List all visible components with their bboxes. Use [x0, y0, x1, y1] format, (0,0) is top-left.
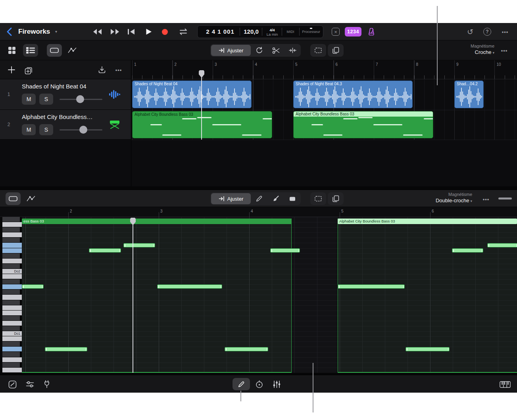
tracks-timeline[interactable]: 12345678910 Shades of Night Beat 04Shade…	[131, 60, 517, 186]
fast-forward-button[interactable]	[110, 29, 121, 35]
record-button[interactable]	[161, 29, 168, 35]
slider-knob[interactable]	[79, 126, 87, 134]
audio-region[interactable]: Shades of Night Beat 04	[132, 81, 252, 108]
midi-region[interactable]: Alphabet City Boundless Bass 03	[132, 111, 272, 138]
view-switch-button[interactable]	[7, 46, 17, 55]
loops-browser-button[interactable]	[8, 380, 17, 389]
tuner-button[interactable]	[255, 380, 263, 389]
resize-handle[interactable]	[498, 198, 512, 199]
midi-note[interactable]	[406, 347, 450, 351]
go-to-beginning-button[interactable]	[127, 29, 136, 35]
automation-button[interactable]	[65, 46, 79, 55]
editor-select-button[interactable]	[6, 192, 21, 205]
duplicate-track-button[interactable]	[24, 65, 33, 75]
loop-tool-button[interactable]	[251, 44, 267, 57]
midi-region[interactable]: Alphabet City Boundless Bass 03	[293, 111, 433, 138]
midi-note[interactable]	[270, 248, 300, 253]
piano-key[interactable]	[2, 305, 22, 311]
play-button[interactable]	[145, 28, 152, 35]
metronome-button[interactable]	[367, 27, 376, 36]
mixer-button[interactable]	[272, 380, 281, 389]
split-tool-button[interactable]	[267, 44, 284, 57]
audio-region[interactable]: Shad…04.2	[454, 81, 484, 108]
editor-ruler[interactable]: 23456	[0, 207, 517, 217]
more-button[interactable]: •••	[500, 27, 510, 36]
undo-button[interactable]: ↺	[466, 27, 475, 36]
header-more-button[interactable]: •••	[113, 65, 124, 74]
mute-button[interactable]: M	[22, 124, 36, 135]
brush-tool-button[interactable]	[267, 192, 284, 205]
piano-key[interactable]	[2, 290, 20, 295]
keyboard-button[interactable]	[499, 381, 511, 388]
piano-key[interactable]	[2, 357, 22, 362]
piano-key[interactable]	[2, 300, 20, 305]
editor-adjust-button[interactable]: Ajuster	[211, 193, 251, 204]
copy-tool-button[interactable]	[328, 44, 344, 57]
snap-control[interactable]: Magnétisme Croche▾	[415, 44, 494, 55]
piano-key[interactable]	[2, 253, 20, 259]
lcd-display[interactable]: 2 4 1 001 120,0 4/4 La min MIDI Processe…	[197, 25, 323, 38]
piano-key[interactable]	[2, 316, 20, 321]
piano-key[interactable]	[2, 311, 22, 316]
midi-note[interactable]	[452, 248, 483, 253]
editor-automation-button[interactable]	[24, 194, 38, 203]
rewind-button[interactable]	[92, 29, 103, 35]
cycle-button[interactable]	[178, 28, 188, 35]
midi-note[interactable]	[123, 243, 155, 247]
editor-more-button[interactable]: •••	[481, 195, 491, 203]
tracks-list-button[interactable]	[23, 44, 38, 57]
editor-playhead[interactable]	[133, 218, 133, 373]
dismiss-button[interactable]: ×	[332, 28, 340, 36]
piano-key[interactable]	[2, 222, 22, 227]
pencil-mode-button[interactable]	[233, 378, 250, 390]
piano-key[interactable]	[2, 347, 22, 352]
solo-button[interactable]: S	[39, 94, 53, 105]
piano-key[interactable]	[2, 352, 20, 357]
piano-key[interactable]	[2, 259, 22, 264]
editor-snap-control[interactable]: Magnétisme Double-croche▾	[393, 192, 472, 203]
volume-slider[interactable]	[60, 94, 102, 105]
solo-button[interactable]: S	[39, 124, 53, 135]
marquee-tool-button[interactable]	[310, 44, 326, 57]
playhead[interactable]	[201, 71, 202, 140]
editor-region-header[interactable]: Alphabet City Boundless Bass 03	[338, 219, 517, 224]
mute-button[interactable]: M	[22, 94, 36, 105]
velocity-tool-button[interactable]	[284, 192, 301, 205]
tracks-more-button[interactable]: •••	[499, 46, 509, 55]
piano-key[interactable]	[2, 284, 22, 290]
midi-note[interactable]	[225, 347, 268, 351]
piano-key[interactable]	[2, 232, 22, 238]
editor-marquee-button[interactable]	[310, 192, 326, 205]
piano-key[interactable]	[2, 227, 20, 232]
piano-key[interactable]	[2, 336, 22, 341]
piano-key[interactable]	[2, 368, 22, 373]
add-track-button[interactable]	[7, 65, 16, 74]
piano-key[interactable]	[2, 264, 20, 269]
plugins-button[interactable]	[43, 380, 51, 389]
piano-key[interactable]	[2, 243, 22, 248]
piano-key[interactable]	[2, 326, 20, 331]
midi-note[interactable]	[338, 284, 405, 289]
volume-slider[interactable]	[60, 124, 102, 135]
track-header-row[interactable]: 1 Shades of Night Beat 04 M S	[0, 79, 131, 110]
chevron-down-icon[interactable]: ▾	[55, 29, 57, 34]
piano-key[interactable]	[2, 274, 22, 279]
piano-key[interactable]	[2, 217, 20, 222]
editor-copy-button[interactable]	[328, 192, 344, 205]
midi-note[interactable]	[487, 243, 517, 247]
editor-region-header[interactable]: ess Bass 03	[22, 219, 292, 224]
back-button[interactable]	[5, 27, 14, 37]
piano-key[interactable]	[2, 248, 22, 253]
select-tool-button[interactable]	[47, 44, 62, 57]
controls-button[interactable]	[25, 380, 34, 388]
midi-note[interactable]	[45, 347, 87, 351]
project-title[interactable]: Fireworks	[18, 23, 50, 40]
piano-key[interactable]	[2, 238, 20, 243]
midi-note[interactable]	[157, 284, 222, 289]
piano-key[interactable]: Do2	[2, 269, 22, 274]
help-button[interactable]: ?	[483, 28, 491, 36]
audio-region[interactable]: Shades of Night Beat 04.3	[293, 81, 413, 108]
editor-grid[interactable]: ess Bass 03 Alphabet City Boundless Bass…	[22, 217, 517, 373]
slider-knob[interactable]	[76, 95, 84, 103]
piano-key[interactable]: Do1	[2, 331, 22, 336]
